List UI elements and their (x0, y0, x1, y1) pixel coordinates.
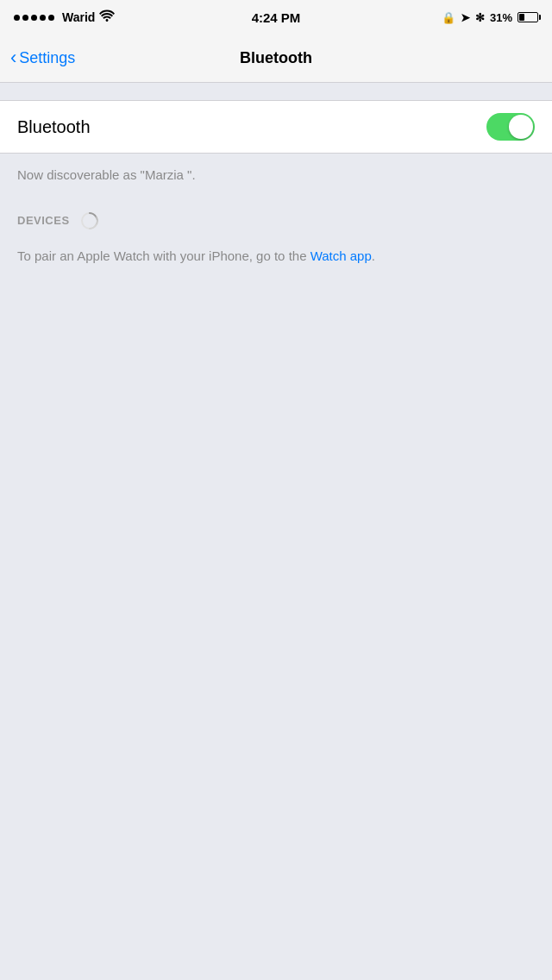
status-bar: Warid 4:24 PM 🔒 ➤ ✻ 31% (0, 0, 552, 35)
bluetooth-icon: ✻ (475, 11, 485, 24)
signal-dot (14, 15, 20, 21)
back-button[interactable]: ‹ Settings (10, 49, 75, 67)
status-right: 🔒 ➤ ✻ 31% (442, 11, 538, 24)
signal-dot (31, 15, 37, 21)
location-icon: ➤ (461, 11, 470, 24)
background-fill (0, 284, 552, 942)
navigation-bar: ‹ Settings Bluetooth (0, 35, 552, 83)
bluetooth-toggle[interactable] (486, 113, 535, 141)
wifi-icon (99, 9, 115, 25)
bluetooth-row: Bluetooth (0, 101, 552, 153)
battery-fill (519, 14, 524, 21)
devices-label: DEVICES (17, 214, 70, 227)
watch-app-link[interactable]: Watch app (310, 248, 372, 263)
top-separator (0, 83, 552, 100)
signal-dot (22, 15, 28, 21)
chevron-left-icon: ‹ (10, 48, 16, 67)
watch-text: To pair an Apple Watch with your iPhone,… (17, 246, 535, 267)
watch-text-after-link: . (372, 248, 375, 263)
carrier-name: Warid (62, 10, 95, 24)
battery-percent: 31% (490, 11, 512, 24)
signal-dots (14, 15, 54, 21)
lock-icon: 🔒 (442, 11, 455, 24)
page-title: Bluetooth (240, 49, 312, 67)
back-button-label: Settings (19, 49, 75, 67)
bluetooth-toggle-section: Bluetooth (0, 100, 552, 154)
watch-app-section: To pair an Apple Watch with your iPhone,… (0, 239, 552, 284)
status-left: Warid (14, 9, 115, 25)
devices-section-header: DEVICES (0, 192, 552, 239)
bluetooth-label: Bluetooth (17, 117, 91, 137)
toggle-knob (509, 115, 533, 139)
signal-dot (48, 15, 54, 21)
scanning-spinner (80, 211, 99, 230)
watch-text-before-link: To pair an Apple Watch with your iPhone,… (17, 248, 310, 263)
discoverable-section: Now discoverable as "Marzia ". (0, 154, 552, 192)
status-time: 4:24 PM (252, 10, 301, 25)
signal-dot (40, 15, 46, 21)
discoverable-text: Now discoverable as "Marzia ". (17, 166, 535, 185)
battery-indicator (518, 12, 538, 22)
battery-shell (518, 12, 538, 22)
